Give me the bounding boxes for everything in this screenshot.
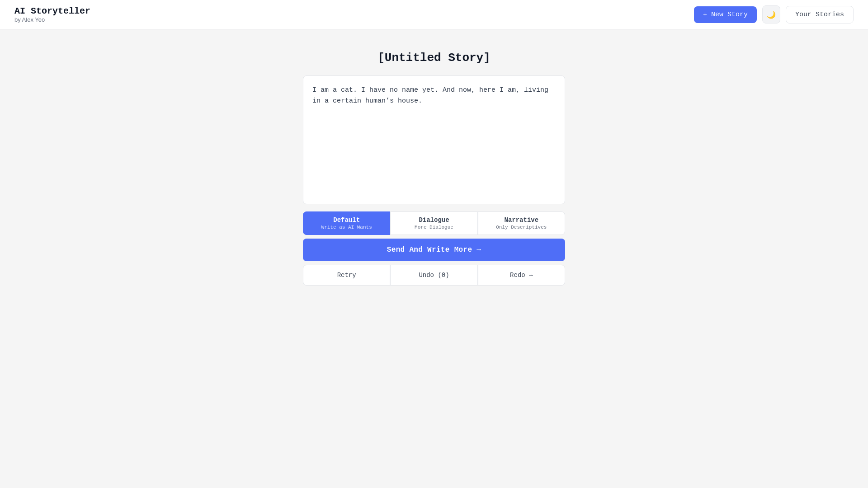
dark-mode-button[interactable]: 🌙: [762, 5, 780, 23]
app-title: AI Storyteller: [14, 6, 90, 16]
retry-button[interactable]: Retry: [303, 265, 390, 286]
mode-dialogue-desc: More Dialogue: [415, 225, 453, 230]
mode-narrative-label: Narrative: [505, 216, 539, 224]
story-editor[interactable]: [303, 75, 565, 204]
new-story-button[interactable]: + New Story: [694, 6, 757, 23]
main-content: [Untitled Story] Default Write as AI Wan…: [0, 29, 868, 286]
secondary-actions: Retry Undo (0) Redo →: [303, 265, 565, 286]
moon-icon: 🌙: [767, 10, 776, 19]
mode-selector: Default Write as AI Wants Dialogue More …: [303, 211, 565, 235]
header-actions: + New Story 🌙 Your Stories: [694, 5, 854, 23]
redo-button[interactable]: Redo →: [478, 265, 565, 286]
app-subtitle: by Alex Yeo: [14, 16, 90, 23]
mode-dialogue-button[interactable]: Dialogue More Dialogue: [390, 211, 477, 235]
mode-dialogue-label: Dialogue: [419, 216, 449, 224]
mode-default-label: Default: [333, 216, 360, 224]
story-title: [Untitled Story]: [377, 51, 491, 65]
mode-narrative-desc: Only Descriptives: [496, 225, 547, 230]
mode-default-button[interactable]: Default Write as AI Wants: [303, 211, 390, 235]
send-write-button[interactable]: Send And Write More →: [303, 239, 565, 261]
mode-default-desc: Write as AI Wants: [321, 225, 372, 230]
app-header: AI Storyteller by Alex Yeo + New Story 🌙…: [0, 0, 868, 29]
your-stories-button[interactable]: Your Stories: [786, 6, 854, 23]
undo-button[interactable]: Undo (0): [390, 265, 477, 286]
mode-narrative-button[interactable]: Narrative Only Descriptives: [478, 211, 565, 235]
app-branding: AI Storyteller by Alex Yeo: [14, 6, 90, 23]
